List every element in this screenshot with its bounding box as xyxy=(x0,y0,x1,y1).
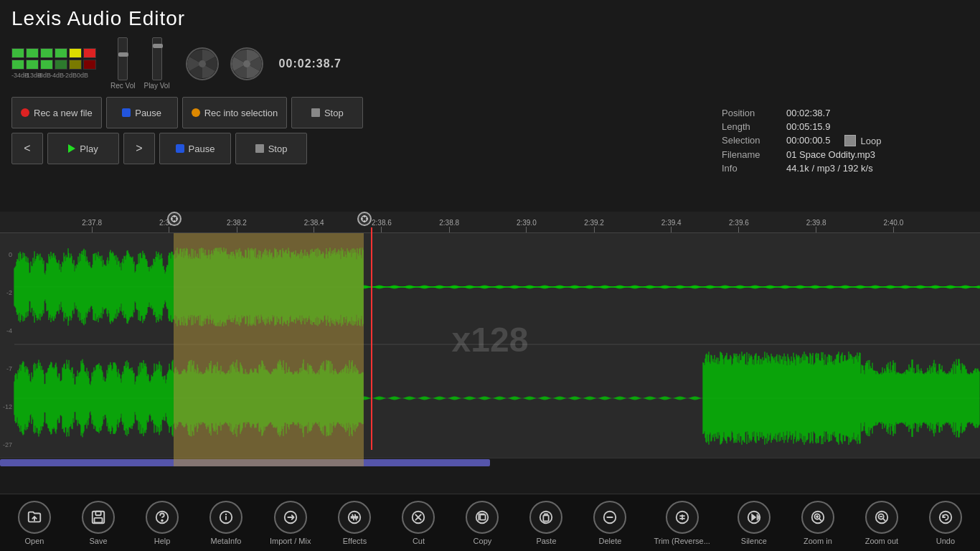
info-row-position: Position 00:02:38.7 xyxy=(722,106,966,120)
svg-point-21 xyxy=(226,514,227,514)
delete-label: Delete xyxy=(599,537,622,545)
play-vol-control[interactable]: Play Vol xyxy=(143,37,169,90)
ruler-tick: 2:40.0 xyxy=(883,219,903,232)
zoom-out-button[interactable]: Zoom out xyxy=(862,501,902,545)
scrollbar-track[interactable] xyxy=(0,458,980,466)
metainfo-button[interactable]: MetaInfo xyxy=(206,501,246,545)
delete-button[interactable]: Delete xyxy=(590,501,630,545)
paste-button[interactable]: Paste xyxy=(526,501,566,545)
import-mix-button[interactable]: Import / Mix xyxy=(270,501,311,545)
trim-label: Trim (Reverse... xyxy=(654,537,710,545)
top-controls: -34dB -13dB -8dB -4dB -2dB 0dB Rec Vol P… xyxy=(0,34,980,93)
zoom-out-label: Zoom out xyxy=(865,537,898,545)
vu-seg xyxy=(83,48,96,58)
rec-into-button[interactable]: Rec into selection xyxy=(182,97,288,128)
info-row-info: Info 44.1k / mp3 / 192 k/s xyxy=(722,161,966,175)
vu-seg xyxy=(55,60,67,70)
undo-icon xyxy=(938,509,953,525)
rec-icon xyxy=(21,108,29,117)
db-label: 0 xyxy=(0,251,14,258)
vu-label: -8dB xyxy=(37,72,50,79)
loop-checkbox[interactable] xyxy=(844,135,856,146)
pause-button-2[interactable]: Pause xyxy=(159,133,231,164)
selection-region xyxy=(174,233,364,466)
zoom-out-icon-circle xyxy=(865,501,898,534)
ruler-tick: 2:38.2 xyxy=(227,219,247,232)
import-mix-icon-circle xyxy=(274,501,307,534)
metainfo-label: MetaInfo xyxy=(211,537,242,545)
playhead-handle-right[interactable] xyxy=(357,212,372,227)
play-vol-track[interactable] xyxy=(152,37,162,80)
db-label: -7 xyxy=(0,365,14,372)
info-panel: Position 00:02:38.7 Length 00:05:15.9 Se… xyxy=(722,106,966,175)
svg-rect-28 xyxy=(544,515,549,521)
svg-point-1 xyxy=(199,60,206,67)
waveform-area[interactable]: 2:37.8 2:38.0 2:38.2 2:38.4 2:38.6 2:38.… xyxy=(0,212,980,466)
pause-button[interactable]: Pause xyxy=(106,97,178,128)
rec-new-button[interactable]: Rec a new file xyxy=(11,97,102,128)
position-value: 00:02:38.7 xyxy=(786,108,830,118)
vu-seg xyxy=(55,48,67,58)
svg-line-40 xyxy=(819,518,821,520)
rec-vol-control[interactable]: Rec Vol xyxy=(110,37,135,90)
open-label: Open xyxy=(25,537,44,545)
vu-seg xyxy=(11,60,24,70)
paste-label: Paste xyxy=(536,537,556,545)
zoom-out-icon xyxy=(874,509,890,525)
pause-icon-2 xyxy=(176,144,184,153)
effects-icon xyxy=(347,509,362,525)
waveform-canvas[interactable] xyxy=(0,233,980,456)
playhead-icon xyxy=(170,215,179,223)
silence-button[interactable]: Silence xyxy=(734,501,774,545)
db-label: -27 xyxy=(0,441,14,448)
help-button[interactable]: Help xyxy=(142,501,182,545)
delete-icon-circle xyxy=(593,501,626,534)
prev-button[interactable]: < xyxy=(11,133,43,164)
db-label: -4 xyxy=(0,327,14,334)
volume-controls: Rec Vol Play Vol xyxy=(110,37,170,90)
playhead-handle-left[interactable] xyxy=(166,212,182,227)
import-mix-label: Import / Mix xyxy=(270,537,311,545)
zoom-in-icon xyxy=(810,509,826,525)
open-icon xyxy=(27,509,42,525)
effects-button[interactable]: Effects xyxy=(334,501,374,545)
save-button[interactable]: Save xyxy=(78,501,118,545)
play-button[interactable]: Play xyxy=(47,133,119,164)
zoom-in-icon-circle xyxy=(801,501,834,534)
undo-label: Undo xyxy=(936,537,955,545)
svg-rect-26 xyxy=(481,514,486,519)
vu-label: -34dB xyxy=(11,72,24,79)
vu-bar-top xyxy=(11,48,96,58)
rec-vol-track[interactable] xyxy=(118,37,128,80)
undo-button[interactable]: Undo xyxy=(925,501,966,545)
copy-button[interactable]: Copy xyxy=(462,501,502,545)
zoom-in-label: Zoom in xyxy=(804,537,832,545)
cut-label: Cut xyxy=(413,537,425,545)
rec-vol-thumb[interactable] xyxy=(118,52,128,57)
cut-button[interactable]: Cut xyxy=(398,501,438,545)
help-icon xyxy=(154,509,170,525)
next-label: > xyxy=(136,142,142,155)
paste-icon-circle xyxy=(529,501,562,534)
silence-icon xyxy=(746,509,762,525)
ruler-tick: 2:38.8 xyxy=(439,219,459,232)
trim-button[interactable]: Trim (Reverse... xyxy=(654,501,710,545)
rec-vol-label: Rec Vol xyxy=(110,82,135,90)
open-button[interactable]: Open xyxy=(14,501,55,545)
pause-icon xyxy=(122,108,131,117)
help-label: Help xyxy=(154,537,171,545)
vu-seg xyxy=(40,60,53,70)
help-icon-circle xyxy=(146,501,179,534)
play-vol-thumb[interactable] xyxy=(153,44,163,48)
play-label: Play xyxy=(80,143,98,154)
play-vol-label: Play Vol xyxy=(143,82,169,90)
stop-button-2[interactable]: Stop xyxy=(235,133,307,164)
stop-button-1[interactable]: Stop xyxy=(291,97,363,128)
zoom-in-button[interactable]: Zoom in xyxy=(798,501,838,545)
db-scale: 0 -2 -4 -7 -12 -27 xyxy=(0,233,14,466)
vu-meters: -34dB -13dB -8dB -4dB -2dB 0dB xyxy=(11,48,96,79)
pause-label-2: Pause xyxy=(189,143,215,154)
next-button[interactable]: > xyxy=(123,133,155,164)
ruler-tick: 2:39.0 xyxy=(517,219,537,232)
silence-label: Silence xyxy=(741,537,767,545)
